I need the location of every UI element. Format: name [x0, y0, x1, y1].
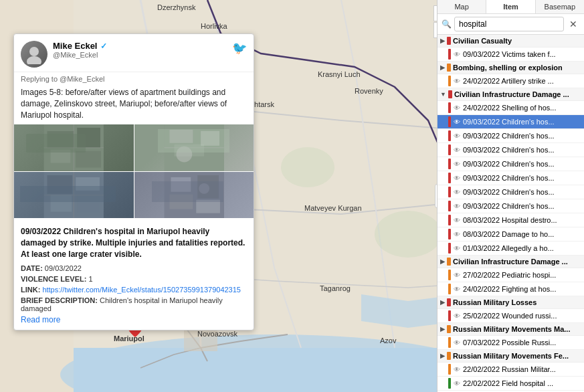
item-text: 09/03/2022 Children's hos...	[463, 202, 581, 210]
svg-rect-6	[184, 328, 217, 351]
list-item[interactable]: 👁 08/03/2022 Damage to ho...	[437, 227, 584, 241]
satellite-image-4	[134, 172, 254, 219]
item-color-bar	[448, 229, 451, 239]
category-russian-losses[interactable]: ▶ Russian Military Losses	[437, 296, 584, 309]
visibility-icon: 👁	[454, 366, 460, 373]
visibility-icon: 👁	[454, 51, 460, 58]
category-bombing[interactable]: ▶ Bombing, shelling or explosion	[437, 62, 584, 74]
visibility-icon: 👁	[454, 312, 460, 320]
event-violence-level: VIOLENCE LEVEL: 1	[14, 274, 254, 284]
svg-rect-17	[169, 130, 193, 143]
item-color-bar	[448, 159, 451, 169]
list-item[interactable]: 👁 09/03/2022 Children's hos...	[437, 171, 584, 185]
visibility-icon: 👁	[454, 231, 460, 238]
visibility-icon: 👁	[454, 339, 460, 347]
visibility-icon: 👁	[454, 161, 460, 168]
visibility-icon: 👁	[454, 104, 460, 112]
item-text: 24/02/2022 Artillery strike ...	[463, 77, 581, 85]
category-color-bar	[447, 258, 451, 266]
user-handle: @Mike_Eckel	[53, 51, 227, 59]
event-link-url[interactable]: https://twitter.com/Mike_Eckel/status/15…	[42, 286, 241, 294]
svg-rect-23	[47, 175, 73, 194]
item-color-bar	[448, 173, 451, 183]
svg-point-34	[199, 183, 209, 194]
visibility-icon: 👁	[454, 78, 460, 85]
category-civ-infra-1[interactable]: ▼ Civilian Infrastructure Damage ...	[437, 88, 584, 101]
category-color-bar	[448, 90, 452, 98]
list-item[interactable]: 👁 07/03/2022 Possible Russi...	[437, 336, 584, 350]
item-color-bar	[448, 337, 451, 348]
clear-search-button[interactable]: ✕	[567, 17, 580, 31]
category-label: Russian Military Losses	[453, 298, 537, 306]
item-text: 24/02/2022 Fighting at hos...	[463, 285, 581, 293]
visibility-icon: 👁	[454, 217, 460, 224]
svg-rect-19	[201, 131, 219, 146]
tab-map[interactable]: Map	[437, 0, 486, 13]
category-label: Russian Military Movements Fe...	[453, 352, 569, 360]
visibility-icon: 👁	[454, 146, 460, 154]
list-item[interactable]: 👁 24/02/2022 Fighting at hos...	[437, 282, 584, 296]
expand-icon: ▶	[440, 64, 445, 71]
list-item[interactable]: 👁 22/02/2022 Russian Militar...	[437, 363, 584, 377]
list-item[interactable]: 👁 27/02/2022 Pediatric hospi...	[437, 268, 584, 282]
item-text: 08/03/2022 Hospital destro...	[463, 216, 581, 224]
category-label: Civilian Infrastructure Damage ...	[453, 258, 568, 266]
list-item[interactable]: 👁 09/03/2022 Children's hos...	[437, 157, 584, 171]
category-russian-movements-ma[interactable]: ▶ Russian Military Movements Ma...	[437, 323, 584, 336]
list-item[interactable]: 👁 24/02/2022 Artillery strike ...	[437, 74, 584, 88]
list-item[interactable]: 👁 25/02/2022 Wounded russi...	[437, 309, 584, 323]
items-list[interactable]: ▶ Civilian Casualty 👁 09/03/2022 Victims…	[437, 35, 584, 392]
svg-rect-33	[196, 200, 220, 213]
list-item-selected[interactable]: 👁 09/03/2022 Children's hos...	[437, 115, 584, 129]
expand-icon: ▶	[440, 326, 445, 332]
item-color-bar	[448, 49, 451, 60]
tab-basemap[interactable]: Basemap	[536, 0, 584, 13]
list-item[interactable]: 👁 09/03/2022 Children's hos...	[437, 199, 584, 213]
category-civilian-casualty[interactable]: ▶ Civilian Casualty	[437, 35, 584, 47]
svg-rect-16	[164, 124, 223, 171]
item-color-bar	[448, 215, 451, 225]
satellite-image-2	[134, 124, 254, 171]
item-color-bar	[448, 284, 451, 294]
search-input[interactable]	[454, 17, 564, 31]
svg-rect-18	[174, 144, 204, 157]
svg-rect-10	[47, 131, 74, 148]
list-item[interactable]: 👁 24/02/2022 Shelling of hos...	[437, 101, 584, 115]
category-russian-movements-fe[interactable]: ▶ Russian Military Movements Fe...	[437, 350, 584, 363]
expand-icon: ▶	[440, 353, 445, 359]
twitter-icon: 🐦	[232, 41, 247, 56]
event-title: 09/03/2022 Children's hospital in Mariup…	[21, 227, 245, 259]
item-text: 09/03/2022 Children's hos...	[463, 160, 581, 168]
list-item[interactable]: 👁 01/03/2022 Allegedly a ho...	[437, 241, 584, 256]
item-text: 09/03/2022 Children's hos...	[463, 174, 581, 182]
list-item[interactable]: 👁 09/03/2022 Victims taken f...	[437, 47, 584, 62]
item-color-bar	[448, 102, 451, 113]
item-text: 22/02/2022 Field hospital ...	[463, 379, 581, 387]
event-link[interactable]: LINK: https://twitter.com/Mike_Eckel/sta…	[14, 284, 254, 295]
item-text: 09/03/2022 Children's hos...	[463, 132, 581, 140]
svg-rect-11	[51, 150, 71, 163]
read-more-link[interactable]: Read more	[14, 315, 254, 330]
popup-card: Mike Eckel ✓ @Mike_Eckel 🐦 Replying to @…	[13, 33, 254, 330]
tab-item[interactable]: Item	[486, 0, 535, 13]
right-panel: Map Item Basemap 🔍 ✕ ⤢ ▶ Civilian Casual…	[437, 0, 584, 392]
item-color-bar	[448, 310, 451, 321]
item-text: 09/03/2022 Children's hos...	[463, 118, 581, 126]
list-item[interactable]: 👁 22/02/2022 Field hospital ...	[437, 377, 584, 391]
item-color-bar	[448, 378, 451, 389]
item-text: 09/03/2022 Children's hos...	[463, 146, 581, 154]
item-color-bar	[448, 187, 451, 197]
event-brief: BRIEF DESCRIPTION: Children's hospital i…	[14, 295, 254, 315]
list-item[interactable]: 👁 09/03/2022 Children's hos...	[437, 143, 584, 157]
user-name-text: Mike Eckel	[53, 41, 98, 51]
search-icon: 🔍	[442, 19, 452, 29]
list-item[interactable]: 👁 09/03/2022 Children's hos...	[437, 185, 584, 199]
item-text: 25/02/2022 Wounded russi...	[463, 312, 581, 320]
category-civ-infra-2[interactable]: ▶ Civilian Infrastructure Damage ...	[437, 256, 584, 268]
expand-icon: ▶	[440, 299, 445, 306]
expand-icon: ▶	[440, 37, 445, 44]
list-item[interactable]: 👁 09/03/2022 Children's hos...	[437, 129, 584, 143]
visibility-icon: 👁	[454, 203, 460, 210]
list-item[interactable]: 👁 08/03/2022 Hospital destro...	[437, 213, 584, 227]
category-color-bar	[447, 37, 451, 45]
